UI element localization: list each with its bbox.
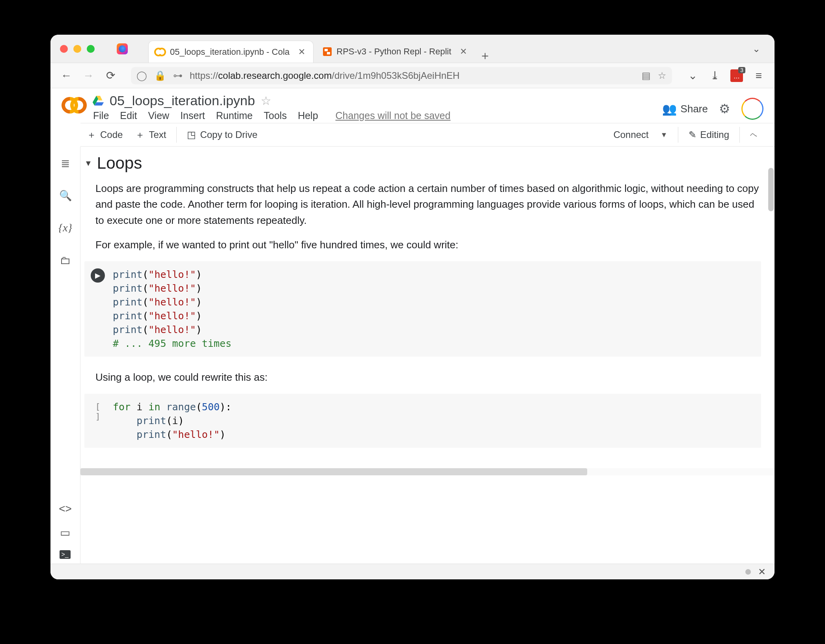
markdown-cell: Loops are programming constructs that he… [84,181,761,253]
close-window[interactable] [60,45,68,53]
close-tab-icon[interactable]: ✕ [460,47,467,57]
copy-to-drive-button[interactable]: ◳Copy to Drive [181,129,263,140]
colab-body: ≣ 🔍 {x} 🗀 <> ▭ >_ ▼ Loops [50,147,775,564]
colab-toolbar: ＋Code ＋Text ◳Copy to Drive Connect▼ ✎Edi… [80,123,775,147]
code-content[interactable]: for i in range(500): print(i) print("hel… [113,400,231,441]
people-icon: 👥 [662,102,677,116]
files-icon[interactable]: 🗀 [60,254,71,267]
downloads-icon[interactable]: ⤓ [708,69,721,82]
notebook-area[interactable]: ▼ Loops Loops are programming constructs… [80,147,775,564]
menu-view[interactable]: View [148,110,169,121]
drive-icon: ◳ [187,129,196,140]
replit-favicon-icon [323,47,332,56]
add-text-button[interactable]: ＋Text [129,128,172,141]
browser-window: 05_loops_iteration.ipynb - Cola ✕ RPS-v3… [50,35,775,579]
paragraph: Using a loop, we could rewrite this as: [84,369,761,385]
colab-app: 05_loops_iteration.ipynb ☆ File Edit Vie… [50,88,775,564]
add-code-button[interactable]: ＋Code [80,128,129,141]
maximize-window[interactable] [87,45,95,53]
bookmark-star-icon[interactable]: ☆ [658,70,666,81]
close-status-icon[interactable]: ✕ [758,566,766,577]
url-toolbar: ← → ⟳ ◯ 🔒 ⊶ https://colab.research.googl… [50,63,775,88]
run-cell-button[interactable]: ▶ [91,268,105,283]
status-dot-icon [745,569,751,575]
markdown-cell: Using a loop, we could rewrite this as: [84,369,761,385]
variables-icon[interactable]: {x} [58,221,72,234]
separator [678,127,678,143]
menu-runtime[interactable]: Runtime [216,110,253,121]
search-icon[interactable]: 🔍 [59,190,72,202]
tab-title: 05_loops_iteration.ipynb - Cola [170,47,289,57]
horizontal-scrollbar[interactable] [80,468,775,475]
paragraph: For example, if we wanted to print out "… [84,237,761,253]
pocket-icon[interactable]: ⌄ [686,69,699,82]
separator [176,127,177,143]
hamburger-menu-icon[interactable]: ≡ [752,69,765,82]
menu-bar: File Edit View Insert Runtime Tools Help… [92,110,450,121]
traffic-lights [60,45,95,53]
colab-header: 05_loops_iteration.ipynb ☆ File Edit Vie… [50,88,775,123]
settings-gear-icon[interactable]: ⚙ [719,101,730,116]
url-text: https://colab.research.google.com/drive/… [190,70,459,81]
menu-insert[interactable]: Insert [180,110,205,121]
heading-text: Loops [97,154,142,173]
tab-title: RPS-v3 - Python Repl - Replit [336,47,451,57]
menu-help[interactable]: Help [298,110,318,121]
changes-status[interactable]: Changes will not be saved [336,110,451,121]
extension-badge[interactable]: ··· [730,69,743,82]
tab-strip: 05_loops_iteration.ipynb - Cola ✕ RPS-v3… [148,35,492,63]
code-cell-2[interactable]: [ ] for i in range(500): print(i) print(… [84,394,761,448]
colab-favicon-icon [155,48,165,56]
close-tab-icon[interactable]: ✕ [298,47,305,57]
tab-replit[interactable]: RPS-v3 - Python Repl - Replit ✕ [317,41,475,63]
chevron-down-icon: ▼ [661,131,668,139]
drive-icon [92,96,104,106]
collapse-button[interactable]: ヘ [744,130,763,140]
menu-tools[interactable]: Tools [264,110,287,121]
code-content[interactable]: print("hello!") print("hello!") print("h… [113,268,231,350]
star-icon[interactable]: ☆ [261,94,271,108]
permissions-icon: ⊶ [173,70,183,81]
lock-icon: 🔒 [154,70,166,81]
firefox-icon [117,43,128,54]
plus-icon: ＋ [87,128,96,141]
vertical-scrollbar[interactable] [768,168,774,211]
command-palette-icon[interactable]: ▭ [60,526,70,539]
doc-title-line: 05_loops_iteration.ipynb ☆ [92,93,450,108]
shield-icon: ◯ [136,70,147,81]
section-heading: ▼ Loops [84,154,761,173]
avatar[interactable] [741,98,763,120]
address-bar[interactable]: ◯ 🔒 ⊶ https://colab.research.google.com/… [131,67,672,84]
titlebar: 05_loops_iteration.ipynb - Cola ✕ RPS-v3… [50,35,775,63]
chevron-up-icon: ヘ [750,130,757,140]
reader-mode-icon[interactable]: ▤ [642,70,651,81]
menu-file[interactable]: File [93,110,109,121]
titlebar-overflow[interactable]: ⌄ [752,43,768,54]
colab-logo-icon [62,97,87,114]
paragraph: Loops are programming constructs that he… [84,181,761,228]
reload-button[interactable]: ⟳ [104,69,117,82]
back-button[interactable]: ← [60,69,73,82]
new-tab-button[interactable]: ＋ [478,48,492,63]
pencil-icon: ✎ [689,129,696,140]
editing-mode-button[interactable]: ✎Editing [682,129,735,140]
connect-button[interactable]: Connect▼ [607,129,674,140]
cell-prompt[interactable]: [ ] [91,400,105,441]
minimize-window[interactable] [73,45,81,53]
code-cell-1[interactable]: ▶ print("hello!") print("hello!") print(… [84,261,761,357]
terminal-icon[interactable]: >_ [60,550,71,559]
forward-button[interactable]: → [82,69,95,82]
code-snippets-icon[interactable]: <> [59,503,72,515]
toc-icon[interactable]: ≣ [61,157,70,170]
plus-icon: ＋ [135,128,145,141]
separator [739,127,740,143]
tab-colab[interactable]: 05_loops_iteration.ipynb - Cola ✕ [148,41,314,63]
left-rail: ≣ 🔍 {x} 🗀 <> ▭ >_ [50,147,80,564]
notebook-filename[interactable]: 05_loops_iteration.ipynb [110,93,255,108]
share-label: Share [681,103,708,115]
share-button[interactable]: 👥 Share [662,102,708,116]
collapse-section-icon[interactable]: ▼ [84,159,92,168]
menu-edit[interactable]: Edit [120,110,137,121]
status-bar: ✕ [50,564,775,579]
